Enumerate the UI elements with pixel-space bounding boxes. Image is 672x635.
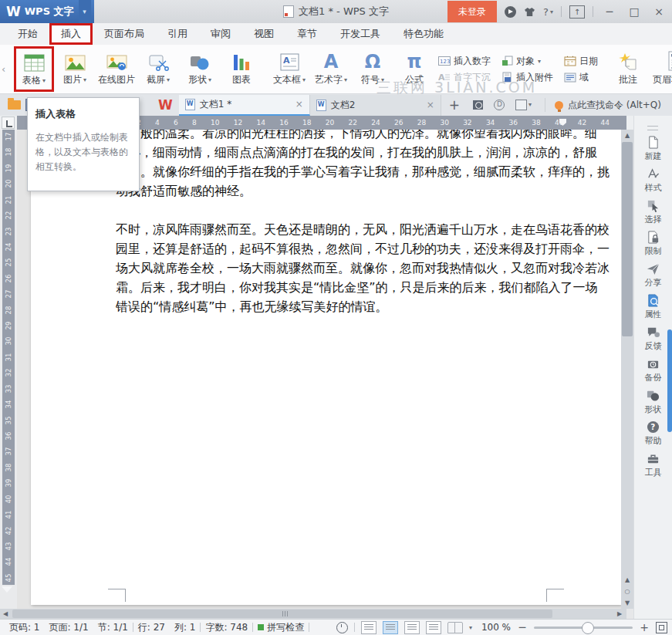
ribbon-tab[interactable]: 插入 [49, 23, 93, 45]
ribbon-tab[interactable]: 开发工具 [329, 23, 392, 45]
previous-page-button[interactable]: ▲ [621, 574, 633, 586]
screenshot-dropdown-icon[interactable]: ▾ [167, 76, 170, 83]
next-page-button[interactable]: ▼ [621, 597, 633, 609]
logo-dropdown-icon[interactable]: ▾ [79, 0, 91, 23]
sidebar-item-new[interactable]: 新建 [634, 136, 672, 162]
new-tab-button[interactable]: + [441, 97, 468, 113]
wordart-button[interactable]: A 艺术字▾ [310, 46, 352, 92]
status-column[interactable]: 列: 1 [170, 621, 201, 634]
scroll-ribbon-left-icon[interactable]: ‹ [2, 63, 5, 75]
attachment-button[interactable]: 插入附件 [501, 71, 553, 84]
ribbon-tab[interactable]: 引用 [156, 23, 199, 45]
login-button[interactable]: 未登录 [447, 1, 497, 22]
doc-tab-1[interactable]: 文档1 * × [179, 95, 310, 116]
online-picture-button[interactable]: 在线图片 [96, 46, 137, 92]
chart-button[interactable]: 图表 [221, 46, 262, 92]
docer-icon[interactable] [494, 100, 505, 110]
skin-theme-icon[interactable] [524, 7, 535, 17]
sidebar-item-restrict[interactable]: 限制 [634, 231, 672, 257]
table-dropdown-icon[interactable]: ▾ [42, 77, 46, 84]
sidebar-item-shapes[interactable]: 形状 [634, 389, 672, 415]
task-pane-handle[interactable] [667, 329, 672, 432]
zoom-out-button[interactable]: ─ [517, 621, 528, 633]
screenshot-button[interactable]: 截屏▾ [137, 46, 179, 92]
maximize-button[interactable]: □ [626, 5, 643, 18]
date-button[interactable]: 日期 [564, 55, 598, 68]
sidebar-handle[interactable] [647, 126, 658, 130]
object-button[interactable]: 对象▾ [501, 55, 553, 68]
wps-cloud-icon[interactable] [505, 6, 516, 18]
zoom-slider[interactable] [534, 627, 633, 629]
spellcheck-toggle[interactable]: 拼写检查 [253, 621, 309, 634]
find-command-box[interactable]: 点此查找命令 (Alt+Q) [545, 98, 661, 112]
help-button[interactable]: ?▾ [543, 6, 553, 18]
object-dropdown-icon[interactable]: ▾ [538, 58, 541, 65]
wps-logo-menu[interactable]: W WPS 文字 ▾ [0, 0, 94, 23]
scroll-up-button[interactable]: ▲ [621, 130, 633, 141]
history-icon[interactable] [473, 100, 483, 110]
web-view-button[interactable] [426, 621, 441, 634]
ribbon-tab[interactable]: 审阅 [199, 23, 242, 45]
fit-page-button[interactable] [656, 622, 667, 633]
status-word-count[interactable]: 字数: 748 [201, 621, 252, 634]
ribbon-tab[interactable]: 开始 [6, 23, 49, 45]
header-footer-button[interactable]: 页眉和页脚 [655, 46, 672, 92]
fullscreen-view-button[interactable] [361, 621, 377, 634]
help-dropdown-icon[interactable]: ▾ [550, 8, 553, 15]
zoom-in-button[interactable]: + [639, 621, 650, 633]
scroll-right-button[interactable]: ▶ [614, 610, 625, 617]
recover-history-icon[interactable] [336, 622, 348, 633]
horizontal-scroll-thumb[interactable] [12, 610, 552, 618]
symbol-button[interactable]: Ω 符号▾ [352, 46, 393, 92]
shapes-dropdown-icon[interactable]: ▾ [208, 76, 211, 83]
select-browse-object-button[interactable]: ○ [621, 586, 633, 597]
vertical-ruler[interactable]: 1718192021222324252627282930313233343536… [0, 130, 17, 609]
sidebar-item-backup[interactable]: 备份 [634, 357, 672, 383]
field-button[interactable]: 域 [564, 71, 598, 84]
minimize-button[interactable]: ─ [601, 5, 618, 18]
document-text[interactable]: 细雨般的温柔。看凉的阳光柱柱的洒接，下情动人的光泽。就像你望着我闪烁的眼眸。细润… [116, 130, 610, 316]
outline-view-button[interactable] [404, 621, 420, 634]
collapse-ribbon-button[interactable]: ↑ [569, 5, 585, 19]
comment-button[interactable]: 批注 [607, 46, 649, 92]
sidebar-item-styles[interactable]: 样式 [634, 167, 672, 194]
insert-number-button[interactable]: 123 插入数字 [438, 55, 491, 68]
sidebar-item-feedback[interactable]: 反馈 [634, 326, 672, 352]
wordart-dropdown-icon[interactable]: ▾ [344, 76, 347, 83]
zoom-level[interactable]: 100 % [478, 622, 511, 633]
close-tab-icon[interactable]: × [295, 99, 303, 110]
picture-dropdown-icon[interactable]: ▾ [83, 76, 86, 83]
textbox-button[interactable]: A 文本框▾ [268, 46, 310, 92]
doc-tab-2[interactable]: 文档2 × [310, 95, 441, 116]
ribbon-tab[interactable]: 特色功能 [392, 23, 455, 45]
symbol-dropdown-icon[interactable]: ▾ [381, 76, 384, 83]
status-pages[interactable]: 页面: 1/1 [45, 621, 93, 634]
scroll-left-button[interactable]: ◀ [0, 610, 11, 617]
formula-button[interactable]: π 公式 [393, 46, 435, 92]
status-section[interactable]: 节: 1/1 [93, 621, 133, 634]
read-mode-dropdown-icon[interactable]: ▾ [469, 624, 472, 631]
sidebar-item-help[interactable]: ? 帮助 [634, 421, 672, 447]
insert-table-button[interactable]: 表格▾ [14, 46, 54, 92]
status-line[interactable]: 行: 27 [133, 621, 170, 634]
sidebar-item-tools[interactable]: 工具 [634, 452, 672, 478]
textbox-dropdown-icon[interactable]: ▾ [302, 76, 306, 83]
document-page[interactable]: 细雨般的温柔。看凉的阳光柱柱的洒接，下情动人的光泽。就像你望着我闪烁的眼眸。细润… [31, 130, 621, 605]
sidebar-item-share[interactable]: 分享 [634, 262, 672, 289]
status-page-number[interactable]: 页码: 1 [5, 621, 45, 634]
ribbon-tab[interactable]: 页面布局 [93, 23, 156, 45]
ribbon-tab[interactable]: 视图 [242, 23, 285, 45]
shapes-button[interactable]: 形状▾ [179, 46, 221, 92]
ribbon-tab[interactable]: 章节 [285, 23, 329, 45]
tab-stop-selector[interactable] [2, 117, 15, 129]
bottom-margin-marker[interactable] [2, 586, 12, 593]
close-button[interactable]: × [650, 5, 667, 18]
sidebar-item-select[interactable]: 选择 [634, 199, 672, 225]
zoom-slider-knob[interactable] [582, 622, 594, 634]
read-mode-button[interactable] [447, 622, 463, 633]
open-folder-icon[interactable] [8, 100, 21, 110]
close-tab-icon[interactable]: × [427, 100, 434, 110]
vertical-scrollbar[interactable]: ▲ ▲ ○ ▼ [621, 130, 633, 609]
sidebar-item-properties[interactable]: 属性 [634, 294, 672, 320]
vertical-scroll-thumb[interactable] [622, 142, 633, 336]
